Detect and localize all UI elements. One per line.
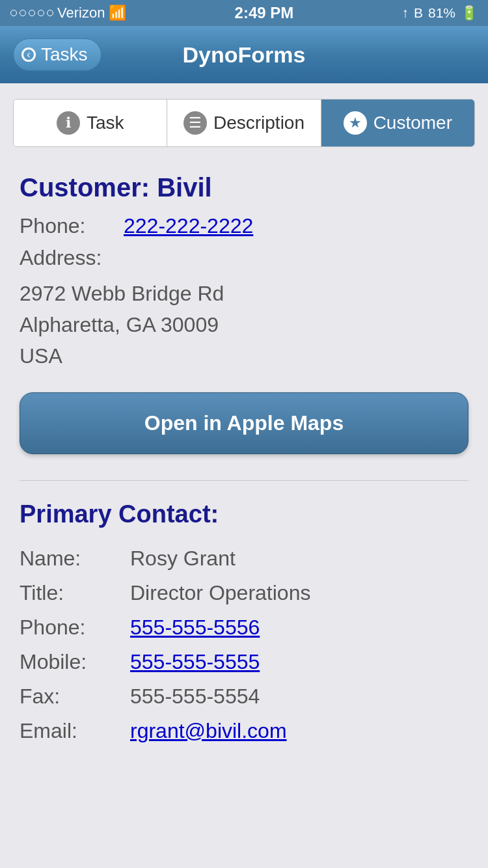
contact-phone-row: Phone: 555-555-5556 bbox=[20, 616, 468, 640]
contact-title-label: Title: bbox=[20, 581, 130, 605]
contact-fax-label: Fax: bbox=[20, 685, 130, 709]
tab-description-label: Description bbox=[213, 113, 305, 133]
address-block: 2972 Webb Bridge Rd Alpharetta, GA 30009… bbox=[20, 278, 468, 372]
section-divider bbox=[20, 480, 468, 481]
main-content: Customer: Bivil Phone: 222-222-2222 Addr… bbox=[0, 147, 488, 773]
status-left: Verizon 📶 bbox=[10, 5, 126, 21]
tab-customer[interactable]: ★ Customer bbox=[321, 100, 474, 146]
contact-phone-label: Phone: bbox=[20, 616, 130, 640]
tab-bar: ℹ Task ☰ Description ★ Customer bbox=[13, 99, 475, 147]
contact-mobile-label: Mobile: bbox=[20, 650, 130, 674]
nav-bar: ‹ Tasks DynoForms bbox=[0, 26, 488, 83]
primary-contact-title: Primary Contact: bbox=[20, 500, 468, 528]
tab-customer-label: Customer bbox=[373, 113, 452, 133]
tab-task-label: Task bbox=[87, 113, 124, 133]
contact-email-link[interactable]: rgrant@bivil.com bbox=[130, 719, 287, 743]
status-time: 2:49 PM bbox=[235, 4, 294, 22]
contact-email-label: Email: bbox=[20, 719, 130, 743]
carrier-label: Verizon bbox=[57, 5, 105, 21]
status-bar: Verizon 📶 2:49 PM ↑ B 81% 🔋 bbox=[0, 0, 488, 26]
open-maps-button[interactable]: Open in Apple Maps bbox=[20, 392, 468, 454]
address-label: Address: bbox=[20, 246, 124, 270]
tab-description[interactable]: ☰ Description bbox=[167, 100, 321, 146]
tab-task[interactable]: ℹ Task bbox=[14, 100, 167, 146]
phone-label: Phone: bbox=[20, 214, 124, 238]
address-line-1: 2972 Webb Bridge Rd bbox=[20, 278, 468, 309]
customer-name: Customer: Bivil bbox=[20, 173, 468, 202]
task-icon: ℹ bbox=[57, 111, 80, 135]
battery-label: 81% bbox=[428, 5, 455, 21]
contact-fax-row: Fax: 555-555-5554 bbox=[20, 685, 468, 709]
contact-fax-value: 555-555-5554 bbox=[130, 685, 260, 709]
contact-name-label: Name: bbox=[20, 547, 130, 571]
back-chevron-icon: ‹ bbox=[21, 47, 36, 62]
contact-title-row: Title: Director Operations bbox=[20, 581, 468, 605]
signal-dots bbox=[10, 10, 53, 16]
customer-name-label: Customer: bbox=[20, 173, 157, 202]
contact-mobile-link[interactable]: 555-555-5555 bbox=[130, 650, 260, 674]
contact-email-row: Email: rgrant@bivil.com bbox=[20, 719, 468, 743]
back-label: Tasks bbox=[41, 44, 88, 65]
contact-title-value: Director Operations bbox=[130, 581, 310, 605]
address-line-2: Alpharetta, GA 30009 bbox=[20, 309, 468, 340]
phone-row: Phone: 222-222-2222 bbox=[20, 214, 468, 238]
location-icon: ↑ bbox=[401, 5, 409, 21]
phone-link[interactable]: 222-222-2222 bbox=[124, 214, 253, 238]
wifi-icon: 📶 bbox=[109, 5, 126, 21]
address-line-3: USA bbox=[20, 340, 468, 372]
bluetooth-icon: B bbox=[414, 5, 423, 21]
contact-mobile-row: Mobile: 555-555-5555 bbox=[20, 650, 468, 674]
description-icon: ☰ bbox=[183, 111, 207, 135]
address-label-row: Address: bbox=[20, 246, 468, 270]
customer-star-icon: ★ bbox=[344, 111, 367, 135]
customer-name-value: Bivil bbox=[157, 173, 211, 202]
contact-name-row: Name: Rosy Grant bbox=[20, 547, 468, 571]
contact-phone-link[interactable]: 555-555-5556 bbox=[130, 616, 260, 640]
nav-title: DynoForms bbox=[183, 42, 306, 68]
contact-name-value: Rosy Grant bbox=[130, 547, 236, 571]
back-button[interactable]: ‹ Tasks bbox=[13, 38, 102, 71]
contact-table: Name: Rosy Grant Title: Director Operati… bbox=[20, 547, 468, 743]
status-right: ↑ B 81% 🔋 bbox=[401, 5, 478, 21]
battery-icon: 🔋 bbox=[461, 5, 478, 21]
